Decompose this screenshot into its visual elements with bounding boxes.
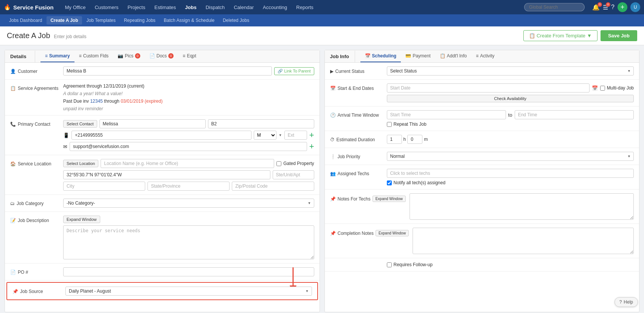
- subnav-job-templates[interactable]: Job Templates: [83, 16, 119, 25]
- messages-icon[interactable]: ☰ 0: [603, 4, 608, 11]
- job-priority-select[interactable]: Normal High Low: [387, 152, 634, 161]
- duration-hours-input[interactable]: [387, 135, 402, 144]
- po-icon: 📄: [10, 270, 16, 275]
- tab-summary[interactable]: ≡ Summary: [40, 50, 74, 62]
- tab-payment[interactable]: 💳 Payment: [401, 50, 435, 62]
- contact-firstname-input[interactable]: [99, 119, 206, 128]
- gated-property-checkbox[interactable]: [276, 161, 281, 166]
- state-input[interactable]: [147, 182, 230, 191]
- calendar-picker-icon[interactable]: 📅: [592, 85, 598, 91]
- city-input[interactable]: [63, 182, 145, 191]
- nav-estimates[interactable]: Estimates: [151, 3, 180, 12]
- arrival-time-content: to Repeat This Job: [387, 110, 634, 127]
- expand-description-button[interactable]: Expand Window: [63, 216, 100, 223]
- start-time-input[interactable]: [387, 110, 506, 119]
- phone-type-select[interactable]: M H W: [254, 131, 276, 140]
- completion-notes-content: [413, 228, 634, 254]
- expand-notes-button[interactable]: Expand Window: [372, 196, 406, 202]
- techs-icon: 👥: [330, 171, 336, 176]
- notifications-icon[interactable]: 🔔 0: [592, 4, 600, 11]
- repeat-job-checkbox[interactable]: [387, 122, 392, 127]
- invoice-link[interactable]: 12345: [90, 99, 102, 104]
- ste-input[interactable]: [273, 170, 314, 179]
- zip-input[interactable]: [232, 182, 314, 191]
- global-search-input[interactable]: [524, 3, 585, 11]
- phone-number-input[interactable]: [71, 131, 251, 140]
- email-icon: ✉: [63, 144, 67, 150]
- subnav-deleted-jobs[interactable]: Deleted Jobs: [219, 16, 253, 25]
- help-icon[interactable]: ?: [611, 4, 615, 11]
- help-button[interactable]: ? Help: [615, 297, 638, 307]
- service-agreements-label: 📋 Service Agreements: [10, 83, 59, 91]
- subnav-jobs-dashboard[interactable]: Jobs Dashboard: [5, 16, 46, 25]
- select-contact-button[interactable]: Select Contact: [63, 120, 97, 128]
- completion-notes-textarea[interactable]: [413, 228, 634, 254]
- status-select[interactable]: Select Status: [387, 66, 634, 76]
- clock-icon: 🕐: [330, 113, 336, 118]
- repeat-job-label: Repeat This Job: [394, 122, 427, 127]
- service-location-label: 🏠 Service Location: [10, 159, 59, 167]
- nav-jobs[interactable]: Jobs: [181, 3, 200, 12]
- subnav-create-job[interactable]: Create A Job: [47, 16, 82, 25]
- tab-eqpt[interactable]: ≡ Eqpt: [178, 50, 201, 62]
- help-icon: ?: [619, 299, 622, 305]
- email-input[interactable]: [70, 142, 307, 151]
- calendar-icon: 📅: [330, 86, 336, 91]
- phone-ext-input[interactable]: [284, 131, 307, 140]
- job-category-select[interactable]: -No Category-: [63, 199, 314, 208]
- duration-minutes-input[interactable]: [407, 135, 422, 144]
- subnav-repeating-jobs[interactable]: Repeating Jobs: [120, 16, 159, 25]
- unpaid-reminder: unpaid inv reminder: [63, 106, 314, 111]
- nav-reports[interactable]: Reports: [292, 3, 317, 12]
- select-location-button[interactable]: Select Location: [63, 160, 98, 167]
- tab-docs[interactable]: 📄 Docs 0: [145, 50, 178, 62]
- nav-calendar[interactable]: Calendar: [230, 3, 258, 12]
- start-date-input[interactable]: [387, 83, 590, 93]
- nav-customers[interactable]: Customers: [91, 3, 122, 12]
- requires-followup-checkbox[interactable]: [387, 262, 392, 267]
- notify-techs-checkbox[interactable]: [387, 180, 392, 185]
- po-number-input[interactable]: [63, 267, 314, 276]
- tab-activity[interactable]: ≡ Activity: [472, 50, 499, 62]
- to-label: to: [508, 112, 512, 118]
- save-job-button[interactable]: Save Job: [601, 30, 637, 41]
- customer-section: 👤 Customer 🔗 Link To Parent: [5, 63, 320, 80]
- nav-accounting[interactable]: Accounting: [259, 3, 291, 12]
- nav-dispatch[interactable]: Dispatch: [202, 3, 229, 12]
- techs-input[interactable]: [387, 169, 634, 178]
- add-phone-button[interactable]: +: [309, 131, 314, 139]
- arrival-time-label: 🕐 Arrival Time Window: [330, 110, 383, 118]
- create-from-template-button[interactable]: 📋 Create From Template ▼: [523, 30, 597, 41]
- nav-projects[interactable]: Projects: [124, 3, 149, 12]
- customer-input[interactable]: [63, 66, 272, 76]
- add-email-button[interactable]: +: [309, 142, 314, 151]
- notes-for-techs-textarea[interactable]: [410, 193, 634, 220]
- job-source-select[interactable]: Daily Planet - August: [65, 287, 312, 296]
- nav-my-office[interactable]: My Office: [61, 3, 90, 12]
- location-name-input[interactable]: [101, 159, 274, 168]
- logo[interactable]: 🔥 Service Fusion: [4, 4, 54, 11]
- tab-custom-flds[interactable]: ≡ Custom Flds: [74, 50, 113, 62]
- check-availability-button[interactable]: Check Availability: [387, 95, 634, 102]
- requires-followup-label: Requires Follow-up: [394, 262, 433, 267]
- tab-addtl-info[interactable]: 📋 Addt'l Info: [435, 50, 472, 62]
- end-time-input[interactable]: [515, 110, 634, 119]
- completion-notes-section: 📌 Completion Notes Expand Window: [325, 224, 639, 258]
- link-to-parent-button[interactable]: 🔗 Link To Parent: [274, 67, 314, 75]
- notes-icon: 📌: [330, 196, 336, 202]
- current-status-label: ▶ Current Status: [330, 66, 383, 74]
- primary-contact-label: 📞 Primary Contact: [10, 119, 59, 127]
- agreement-past-due: Past Due inv 12345 through 03/01/2019 (e…: [63, 99, 314, 104]
- job-description-textarea[interactable]: [63, 225, 314, 259]
- tab-pics[interactable]: 📷 Pics 0: [113, 50, 145, 62]
- multi-day-checkbox[interactable]: [600, 86, 605, 91]
- job-priority-section: ❕ Job Priority Normal High Low: [325, 148, 639, 165]
- user-avatar[interactable]: U: [630, 2, 640, 12]
- create-new-button[interactable]: +: [618, 2, 627, 12]
- tab-scheduling[interactable]: 📅 Scheduling: [360, 50, 401, 62]
- contact-lastname-input[interactable]: [208, 119, 314, 128]
- coordinates-input[interactable]: [63, 170, 270, 179]
- service-location-section: 🏠 Service Location Select Location Gated…: [5, 155, 320, 195]
- subnav-batch-assign[interactable]: Batch Assign & Schedule: [160, 16, 218, 25]
- expand-completion-button[interactable]: Expand Window: [376, 230, 409, 236]
